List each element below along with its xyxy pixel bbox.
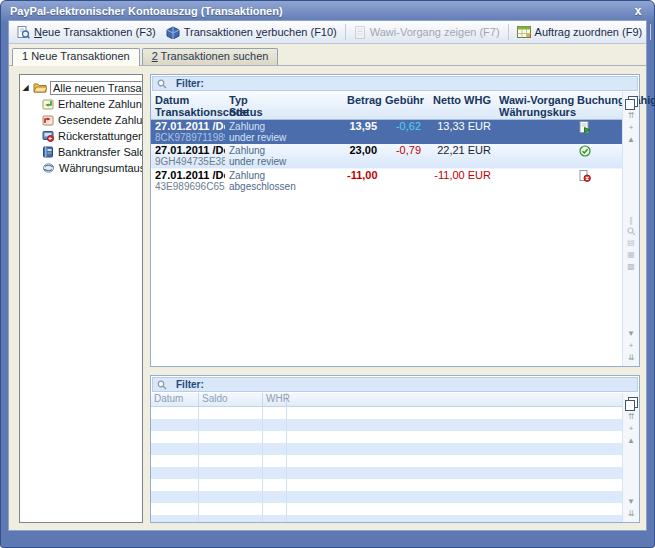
window-body: Neue Transaktionen (F3) Transaktionen ve… xyxy=(9,21,646,530)
not-bookable-icon xyxy=(579,170,591,182)
last-record-icon[interactable]: ⇊ xyxy=(628,352,635,363)
post-transactions-icon xyxy=(166,26,180,39)
filter-magnifier-icon xyxy=(157,79,167,89)
next-record-icon[interactable]: ▼ xyxy=(627,328,635,339)
content-area: ◢ Alle neuen Transaktionen Erhaltene Zah… xyxy=(9,66,646,530)
assign-order-label: Auftrag zuordnen (F9) xyxy=(535,26,643,38)
tree-item-label: Banktransfer Saldo xyxy=(58,146,143,158)
bookable-posted-icon xyxy=(579,121,591,133)
grid-navigator-strip: ⇈ + ▲ ▼ ⇊ xyxy=(622,393,639,522)
tree-item-label: Währungsumtausch xyxy=(59,162,143,174)
saldo-grid: Datum Saldo WHR xyxy=(151,393,622,522)
transactions-grid-box: Filter: DatumTransaktionscode TypStatus … xyxy=(150,74,640,367)
copy-to-clipboard-icon[interactable] xyxy=(628,96,638,107)
tree-node-rueckerstattungen[interactable]: Rückerstattungen xyxy=(21,128,141,144)
column-header-datum[interactable]: Datum xyxy=(151,393,199,406)
insert-record-icon[interactable]: + xyxy=(629,423,634,434)
bank-ledger-icon xyxy=(42,146,54,158)
column-header-datum[interactable]: DatumTransaktionscode xyxy=(151,94,225,118)
post-transactions-label: Transaktionen verbuchen (F10) xyxy=(184,26,337,38)
transaction-row[interactable]: 27.01.2011 /Do9GH494735E3866936 Zahlungu… xyxy=(151,144,622,169)
toolbar-separator xyxy=(650,24,651,40)
filter-magnifier-icon xyxy=(157,380,167,390)
sent-payments-icon xyxy=(42,114,54,126)
tab-transaktionen-suchen-label: Transaktionen suchen xyxy=(158,50,269,62)
window-title: PayPal-elektronischer Kontoauszug (Trans… xyxy=(10,5,631,17)
transaction-row[interactable]: 27.01.2011 /Do8CK9789711989861D Zahlungu… xyxy=(151,120,622,144)
column-header-netto-whg[interactable]: Netto WHG xyxy=(425,94,495,118)
toolbar-separator xyxy=(508,24,509,40)
first-record-icon[interactable]: ⇈ xyxy=(628,110,635,121)
overlap-windows-icon[interactable]: ▩ xyxy=(627,261,635,272)
assign-order-button[interactable]: Auftrag zuordnen (F9) xyxy=(512,24,648,40)
title-bar[interactable]: PayPal-elektronischer Kontoauszug (Trans… xyxy=(1,1,654,20)
column-header-gebuehr[interactable]: Gebühr xyxy=(381,94,425,118)
list-icon[interactable]: ▤ xyxy=(627,237,635,248)
last-record-icon[interactable]: ⇊ xyxy=(628,508,635,519)
tab-transaktionen-suchen[interactable]: 2 Transaktionen suchen xyxy=(142,48,279,65)
tab-neue-transaktionen-label: 1 Neue Transaktionen xyxy=(22,50,130,62)
tree-root-label: Alle neuen Transaktionen xyxy=(50,81,143,95)
next-record-icon[interactable]: ▼ xyxy=(627,496,635,507)
tree-node-waehrungsumtausch[interactable]: Währungsumtausch xyxy=(21,160,141,176)
post-transactions-button[interactable]: Transaktionen verbuchen (F10) xyxy=(161,24,342,41)
saldo-grid-body[interactable] xyxy=(151,407,622,522)
column-header-saldo[interactable]: Saldo xyxy=(199,393,263,406)
column-header-buchungsfaehig[interactable]: Buchungsfähig xyxy=(573,94,655,118)
open-folder-icon xyxy=(33,82,47,93)
main-column: Filter: DatumTransaktionscode TypStatus … xyxy=(150,74,640,523)
tree-item-label: Rückerstattungen xyxy=(58,130,143,142)
filter-label: Filter: xyxy=(176,379,204,390)
insert-record-icon[interactable]: + xyxy=(629,122,634,133)
category-tree: ◢ Alle neuen Transaktionen Erhaltene Zah… xyxy=(19,74,143,523)
parallel-bars-icon[interactable]: ∥ xyxy=(629,215,633,226)
saldo-filter-bar[interactable]: Filter: xyxy=(152,377,638,392)
new-transactions-label: Neue Transaktionen (F3) xyxy=(34,26,156,38)
prior-record-icon[interactable]: ▲ xyxy=(627,134,635,145)
show-wawi-label: Wawi-Vorgang zeigen (F7) xyxy=(370,26,500,38)
show-wawi-button[interactable]: Wawi-Vorgang zeigen (F7) xyxy=(349,24,505,41)
transactions-filter-bar[interactable]: Filter: xyxy=(152,76,638,91)
append-record-icon[interactable]: + xyxy=(629,340,634,351)
toolbar: Neue Transaktionen (F3) Transaktionen ve… xyxy=(9,21,646,44)
saldo-grid-header: Datum Saldo WHR xyxy=(151,393,622,407)
tree-node-erhaltene-zahlungen[interactable]: Erhaltene Zahlungen xyxy=(21,96,141,112)
grid-empty-area[interactable] xyxy=(151,193,622,366)
column-separator xyxy=(286,407,287,522)
bookable-check-icon xyxy=(579,145,591,157)
close-button[interactable]: x xyxy=(631,4,645,18)
tree-node-alle-neuen-transaktionen[interactable]: ◢ Alle neuen Transaktionen xyxy=(21,79,141,96)
table-icon[interactable]: ▦ xyxy=(627,249,635,260)
saldo-grid-box: Filter: Datum Saldo WHR xyxy=(150,375,640,523)
tab-strip: 1 Neue Transaktionen 2 Transaktionen suc… xyxy=(9,44,646,66)
filter-label: Filter: xyxy=(176,78,204,89)
column-header-wawi-vorgang[interactable]: Wawi-VorgangWährungskurs xyxy=(495,94,573,118)
tree-item-label: Erhaltene Zahlungen xyxy=(58,98,143,110)
tree-node-gesendete-zahlungen[interactable]: Gesendete Zahlungen xyxy=(21,112,141,128)
transactions-grid-header: DatumTransaktionscode TypStatus Betrag G… xyxy=(151,92,622,120)
search-icon[interactable] xyxy=(627,227,636,236)
transaction-row[interactable]: 27.01.2011 /Do43E989696C6535442 Zahlunga… xyxy=(151,169,622,193)
tree-expand-icon[interactable]: ◢ xyxy=(21,83,30,92)
column-header-empty xyxy=(287,393,622,406)
copy-to-clipboard-icon[interactable] xyxy=(628,397,638,408)
assign-order-table-icon xyxy=(517,26,531,38)
app-window: PayPal-elektronischer Kontoauszug (Trans… xyxy=(0,0,655,548)
received-payments-icon xyxy=(42,98,54,110)
first-record-icon[interactable]: ⇈ xyxy=(628,411,635,422)
new-transactions-button[interactable]: Neue Transaktionen (F3) xyxy=(12,24,161,41)
grid-navigator-strip: ⇈ + ▲ ∥ ▤ ▦ ▩ xyxy=(622,92,639,366)
column-header-whr[interactable]: WHR xyxy=(263,393,287,406)
column-separator xyxy=(198,407,199,522)
tree-node-banktransfer-saldo[interactable]: Banktransfer Saldo xyxy=(21,144,141,160)
tab-neue-transaktionen[interactable]: 1 Neue Transaktionen xyxy=(12,48,140,66)
tree-item-label: Gesendete Zahlungen xyxy=(58,114,143,126)
column-header-typ[interactable]: TypStatus xyxy=(225,94,343,118)
show-wawi-document-icon xyxy=(354,26,366,39)
refunds-icon xyxy=(42,130,54,142)
prior-record-icon[interactable]: ▲ xyxy=(627,435,635,446)
currency-exchange-icon xyxy=(42,162,55,174)
transactions-grid: DatumTransaktionscode TypStatus Betrag G… xyxy=(151,92,622,366)
column-header-betrag[interactable]: Betrag xyxy=(343,94,381,118)
new-transactions-icon xyxy=(17,26,30,39)
